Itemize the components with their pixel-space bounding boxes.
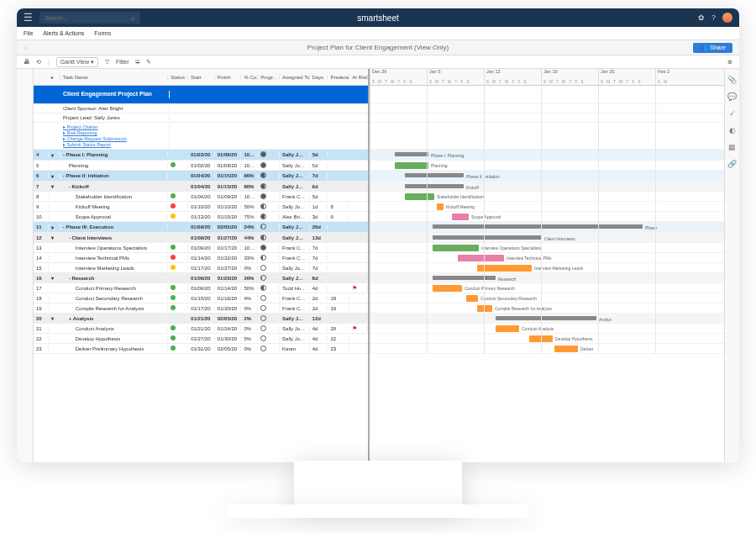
table-row[interactable]: 6▾- Phase II: Initiation01/04/2001/15/20… bbox=[34, 171, 368, 182]
filter-off-icon[interactable]: ▽ bbox=[135, 59, 139, 66]
gantt-bar[interactable]: Conduct Secondary Research bbox=[466, 295, 478, 302]
gantt-bar[interactable]: Interview Marketing Leads bbox=[477, 265, 532, 272]
refresh-icon[interactable]: ⟲ bbox=[36, 59, 41, 66]
filter-icon[interactable]: ▽ bbox=[105, 59, 109, 66]
doc-link[interactable]: ▸ Risk Reporting bbox=[63, 130, 166, 136]
doc-link[interactable]: ▸ Change Request Submission bbox=[63, 136, 166, 142]
doc-link[interactable]: ▸ Project Charter bbox=[63, 124, 166, 130]
table-row[interactable]: 7▾- Kickoff01/04/2001/15/2086%Sally Jone… bbox=[34, 182, 368, 192]
gantt-bar[interactable]: Client Interviews bbox=[433, 235, 542, 240]
search-box[interactable]: ⌕ bbox=[39, 12, 140, 24]
edit-icon[interactable]: ✎ bbox=[146, 59, 151, 66]
gantt-row[interactable]: Deliver bbox=[370, 344, 724, 354]
format-icon[interactable]: ▦ bbox=[728, 143, 736, 151]
gantt-row[interactable]: Phase II: Initiation bbox=[370, 171, 724, 182]
gantt-row[interactable]: Compile Research for Analysis bbox=[370, 303, 724, 314]
gantt-bar[interactable]: Analys bbox=[496, 316, 596, 320]
notification-icon[interactable]: ✿ bbox=[698, 13, 705, 22]
comment-icon[interactable]: 💬 bbox=[727, 92, 737, 101]
search-icon[interactable]: ⌕ bbox=[131, 14, 135, 22]
gantt-bar[interactable]: Stakeholder Identification bbox=[405, 193, 434, 200]
print-icon[interactable]: 🖶 bbox=[24, 59, 29, 65]
table-row[interactable]: 9Kickoff Meeting01/10/2001/10/2050%Sally… bbox=[34, 202, 368, 212]
menu-forms[interactable]: Forms bbox=[94, 30, 111, 36]
menu-file[interactable]: File bbox=[24, 30, 33, 36]
gantt-row[interactable]: Planning bbox=[370, 161, 724, 171]
table-row[interactable]: 4▾- Phase I: Planning01/02/2001/08/20100… bbox=[34, 150, 368, 161]
gantt-week-header: Feb 2S M bbox=[655, 69, 712, 85]
gantt-bar[interactable]: Phase II: Initiation bbox=[405, 173, 464, 177]
title-bar: ☆ Project Plan for Client Engagement (Vi… bbox=[17, 40, 739, 55]
gantt-row[interactable]: Interview Technical PMs bbox=[370, 253, 724, 263]
gantt-row[interactable]: Client Interviews bbox=[370, 233, 724, 243]
gantt-bar[interactable]: Research bbox=[433, 276, 496, 280]
table-row[interactable]: 17Conduct Primary Research01/09/2001/14/… bbox=[34, 283, 368, 293]
gantt-bar[interactable]: Compile Research for Analysis bbox=[477, 305, 492, 312]
table-row[interactable]: ▸ Project Charter▸ Risk Reporting▸ Chang… bbox=[34, 123, 368, 150]
table-row[interactable]: 18Conduct Secondary Research01/15/2001/1… bbox=[34, 293, 368, 303]
table-row[interactable]: 8Stakeholder Identification01/04/2001/09… bbox=[34, 192, 368, 202]
gantt-chart[interactable]: Dec 29S M T W T F SJan 5S M T W T F SJan… bbox=[370, 69, 724, 462]
search-input[interactable] bbox=[45, 15, 131, 21]
attachment-icon[interactable]: 📎 bbox=[727, 76, 737, 84]
table-row[interactable]: Project Lead: Sally Jones bbox=[34, 113, 368, 123]
gantt-bar[interactable]: Phase bbox=[433, 224, 643, 229]
gantt-row[interactable]: Kickoff bbox=[370, 182, 724, 192]
gantt-row[interactable]: Phase bbox=[370, 222, 724, 233]
gantt-bar[interactable]: Deliver bbox=[554, 346, 578, 352]
activity-icon[interactable]: ◐ bbox=[729, 126, 736, 135]
gantt-bar[interactable]: Kickoff bbox=[405, 184, 464, 188]
gantt-bar[interactable]: Planning bbox=[395, 162, 428, 169]
table-row[interactable]: 12▾- Client Interviews01/09/2001/27/2044… bbox=[34, 233, 368, 243]
table-row[interactable]: 20▾+ Analysis01/21/2002/05/202%Sally Jon… bbox=[34, 314, 368, 324]
share-button[interactable]: 👥 Share bbox=[693, 43, 732, 53]
table-row[interactable]: 11▾- Phase III: Execution01/09/2002/05/2… bbox=[34, 222, 368, 233]
table-row[interactable]: 16▾- Research01/09/2001/20/2026%Sally Jo… bbox=[34, 273, 368, 283]
gantt-week-header: Dec 29S M T W T F S bbox=[370, 69, 427, 85]
top-bar: ☰ ⌕ smartsheet ✿ ? bbox=[17, 8, 739, 27]
table-row[interactable]: Client Sponsor: Alex Bright bbox=[34, 104, 368, 113]
gantt-row[interactable]: Develop Hypothesis bbox=[370, 334, 724, 344]
proof-icon[interactable]: ✓ bbox=[729, 109, 736, 118]
avatar[interactable] bbox=[722, 13, 732, 23]
help-icon[interactable]: ? bbox=[711, 13, 716, 22]
gantt-bar[interactable]: Conduct Primary Research bbox=[433, 285, 462, 292]
table-row[interactable]: 22Develop Hypothesis01/27/2001/30/205%Sa… bbox=[34, 334, 368, 344]
gantt-row[interactable]: Analys bbox=[370, 314, 724, 324]
gantt-bar[interactable]: Conduct Analysis bbox=[496, 325, 519, 332]
table-row[interactable]: 19Compile Research for Analysis01/17/200… bbox=[34, 303, 368, 314]
gantt-row[interactable]: Conduct Primary Research bbox=[370, 283, 724, 293]
filter-label[interactable]: Filter bbox=[116, 59, 129, 65]
right-toolbar: 📎 💬 ✓ ◐ ▦ 🔗 bbox=[724, 69, 739, 462]
table-row[interactable]: Client Engagement Project Plan bbox=[34, 86, 368, 104]
toolbar: 🖶 ⟲ | Gantt View ▾ ▽ Filter ▽ ✎ ⊕ bbox=[17, 55, 739, 69]
gantt-row[interactable]: Research bbox=[370, 273, 724, 283]
menu-icon[interactable]: ☰ bbox=[24, 12, 33, 24]
gantt-bar[interactable]: Scope Approval bbox=[452, 214, 469, 220]
view-selector[interactable]: Gantt View ▾ bbox=[56, 57, 98, 67]
menu-alerts[interactable]: Alerts & Actions bbox=[43, 30, 84, 36]
gantt-row[interactable]: Conduct Secondary Research bbox=[370, 293, 724, 303]
table-row[interactable]: 13Interview Operations Specialists01/09/… bbox=[34, 243, 368, 253]
gantt-row[interactable]: Stakeholder Identification bbox=[370, 192, 724, 202]
table-row[interactable]: 14Interview Technical PMs01/14/2001/22/2… bbox=[34, 253, 368, 263]
doc-link[interactable]: ▸ Submit Status Report bbox=[63, 142, 166, 148]
table-row[interactable]: 21Conduct Analysis01/21/2001/24/200%Sall… bbox=[34, 324, 368, 334]
gantt-bar[interactable]: Phase I: Planning bbox=[395, 152, 428, 156]
gantt-row[interactable]: Interview Operations Specialists bbox=[370, 243, 724, 253]
gantt-row[interactable]: Kickoff Meeting bbox=[370, 202, 724, 212]
gantt-bar[interactable]: Interview Operations Specialists bbox=[433, 245, 479, 251]
table-row[interactable]: 23Deliver Preliminary Hypothesis01/31/20… bbox=[34, 344, 368, 354]
gantt-row[interactable]: Interview Marketing Leads bbox=[370, 263, 724, 273]
link-icon[interactable]: 🔗 bbox=[727, 160, 737, 168]
zoom-icon[interactable]: ⊕ bbox=[727, 59, 732, 66]
gantt-row[interactable]: Scope Approval bbox=[370, 212, 724, 222]
table-row[interactable]: 5Planning01/02/2001/08/20100%Sally Jones… bbox=[34, 161, 368, 171]
gantt-bar[interactable]: Interview Technical PMs bbox=[458, 255, 504, 261]
table-header: ▸ Task Name Status Start Finish % Co... … bbox=[34, 69, 368, 86]
table-row[interactable]: 15Interview Marketing Leads01/17/2001/27… bbox=[34, 263, 368, 273]
gantt-row[interactable]: Conduct Analysis bbox=[370, 324, 724, 334]
gantt-bar[interactable]: Kickoff Meeting bbox=[437, 203, 444, 210]
table-row[interactable]: 10Scope Approval01/13/2001/15/2075%Alex … bbox=[34, 212, 368, 222]
gantt-row[interactable]: Phase I: Planning bbox=[370, 150, 724, 161]
